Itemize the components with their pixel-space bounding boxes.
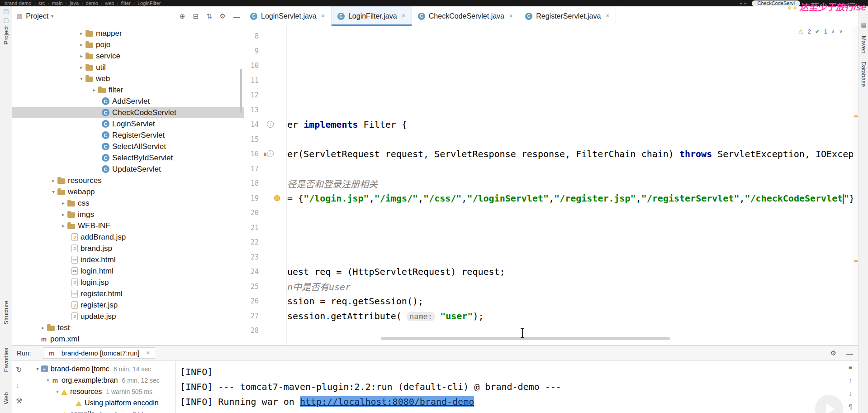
settings-icon[interactable]: ⚙ (220, 12, 226, 20)
rerun-icon[interactable]: ↻ (16, 365, 22, 374)
close-tab-icon[interactable]: ✕ (605, 13, 609, 19)
tree-item-selectallservlet[interactable]: SelectAllServlet (12, 141, 244, 152)
code-line[interactable]: 25n中是否有user (244, 279, 853, 294)
tool-stripe-database[interactable]: Database (860, 62, 867, 87)
tree-item-test[interactable]: ▸test (12, 322, 244, 333)
tool-stripe-favorites[interactable]: Favorites (3, 348, 9, 372)
tree-item-web[interactable]: ▾web (12, 73, 244, 84)
breadcrumb-item[interactable]: brand-demo (5, 0, 31, 6)
chevron-right-icon[interactable]: ▸ (39, 325, 47, 330)
tree-item-login-html[interactable]: login.html (12, 265, 244, 277)
tool-stripe-maven[interactable]: Maven (860, 36, 867, 53)
breadcrumb-item[interactable]: LoginFilter (138, 0, 161, 6)
chevron-down-icon[interactable]: ▾ (49, 189, 57, 194)
collapse-all-icon[interactable]: ⊟ (193, 12, 199, 20)
code-line[interactable]: 27session.getAttribute( name: "user"); (244, 309, 853, 324)
tree-item-addbrand-jsp[interactable]: addBrand.jsp (12, 231, 244, 243)
tool-stripe-project[interactable]: Project (3, 26, 9, 44)
run-console[interactable]: [INFO][INFO] --- tomcat7-maven-plugin:2.… (180, 361, 838, 413)
tree-item-login-jsp[interactable]: login.jsp (12, 277, 244, 288)
tree-item-register-html[interactable]: register.html (12, 288, 244, 299)
code-line[interactable]: 24uest req = (HttpServletRequest) reques… (244, 264, 853, 279)
scroll-down-icon[interactable]: ↓ (16, 381, 22, 389)
code-line[interactable]: 10 (244, 58, 853, 73)
code-line[interactable]: 11 (244, 73, 853, 88)
chevron-right-icon[interactable]: ▸ (59, 223, 67, 228)
code-line[interactable]: 22 (244, 235, 853, 250)
chevron-right-icon[interactable]: ▸ (59, 201, 67, 206)
tree-item-index-html[interactable]: index.html (12, 254, 244, 265)
nav-arrows-icon[interactable]: ◂ ▸ (740, 1, 748, 5)
locate-icon[interactable]: ⊕ (180, 12, 185, 20)
intention-bulb-icon[interactable] (274, 195, 280, 201)
code-line[interactable]: 23 (244, 250, 853, 265)
code-line[interactable]: 8 (244, 29, 853, 44)
tree-item-pom-xml[interactable]: pom.xml (12, 333, 244, 345)
tree-item-register-jsp[interactable]: register.jsp (12, 299, 244, 311)
clear-icon[interactable]: ¶ (849, 403, 852, 410)
tree-item-pojo[interactable]: ▸pojo (12, 39, 244, 50)
console-link[interactable]: D:\workspace\brand-demo\target\tomcat (469, 411, 670, 413)
tree-scrollbar[interactable] (240, 69, 242, 113)
console-link[interactable]: http://localhost:8080/brand-demo (300, 396, 474, 407)
code-line[interactable]: 12 (244, 88, 853, 103)
hide-icon[interactable]: — (233, 13, 240, 20)
chevron-down-icon[interactable]: ▾ (34, 366, 41, 371)
chevron-right-icon[interactable]: ▸ (77, 42, 85, 47)
tree-item-resources[interactable]: ▸resources (12, 175, 244, 186)
override-marker-icon[interactable]: ↑ (267, 150, 274, 157)
tree-item-updateservlet[interactable]: UpdateServlet (12, 163, 244, 175)
tree-item-update-jsp[interactable]: update.jsp (12, 311, 244, 322)
code-line[interactable]: 26ssion = req.getSession(); (244, 294, 853, 309)
code-line[interactable]: 15 (244, 132, 853, 147)
scroll-down-icon[interactable]: ↓ (849, 390, 852, 397)
tool-stripe-web[interactable]: Web (3, 392, 9, 404)
chevron-right-icon[interactable]: ▸ (77, 53, 85, 58)
code-line[interactable]: 9 (244, 44, 853, 59)
chevron-right-icon[interactable]: ▸ (59, 212, 67, 217)
scroll-up-icon[interactable]: ↑ (849, 377, 852, 384)
code-line[interactable]: 21 (244, 221, 853, 235)
chevron-right-icon[interactable]: ▸ (90, 87, 98, 92)
build-settings-icon[interactable]: ⚒ (16, 397, 22, 405)
code-line[interactable]: 17 (244, 162, 853, 177)
run-tree-item[interactable]: ▾resources1 warnin 505 ms (28, 386, 175, 397)
close-tab-icon[interactable]: ✕ (321, 13, 325, 19)
breadcrumb-item[interactable]: main (52, 0, 63, 6)
breadcrumb-item[interactable]: filter (121, 0, 131, 6)
soft-wrap-icon[interactable]: ≡ (849, 364, 852, 371)
editor-error-stripe[interactable] (853, 26, 859, 345)
warning-stripe-mark[interactable] (854, 260, 858, 262)
code-area[interactable]: 891011121314↑er implements Filter {1516↑… (244, 26, 853, 338)
tree-item-filter[interactable]: ▸filter (12, 84, 244, 96)
editor-tab-loginservlet-java[interactable]: CLoginServlet.java✕ (244, 6, 332, 26)
tree-item-mapper[interactable]: ▸mapper (12, 28, 244, 39)
code-line[interactable]: 14↑er implements Filter { (244, 117, 853, 132)
maven-stripe-icon[interactable]: ▤ (861, 22, 866, 28)
run-tree-item[interactable]: ▾org.example:bran6 min, 12 sec (28, 375, 175, 386)
breadcrumb-item[interactable]: demo (85, 0, 98, 6)
run-tree-item[interactable]: Using platform encodin (28, 397, 175, 408)
code-editor[interactable]: 891011121314↑er implements Filter {1516↑… (244, 26, 853, 345)
prev-problem-icon[interactable]: ∧ (831, 29, 835, 34)
project-stripe-icon[interactable]: ▤ (3, 8, 9, 14)
chevron-down-icon[interactable]: ▾ (54, 389, 61, 394)
run-tree-item[interactable]: ▸compile1 wa 1 sec, 544 ms (28, 408, 175, 413)
breadcrumb-item[interactable]: java (70, 0, 79, 6)
tree-item-brand-jsp[interactable]: brand.jsp (12, 243, 244, 254)
minimize-icon[interactable]: — (846, 350, 853, 357)
folder-stripe-icon[interactable]: ▢ (3, 17, 9, 23)
chevron-right-icon[interactable]: ▸ (49, 178, 57, 183)
tree-item-registerservlet[interactable]: RegisterServlet (12, 130, 244, 141)
sort-icon[interactable]: ⇅ (206, 12, 212, 20)
breadcrumb-item[interactable]: web (105, 0, 114, 6)
tree-item-service[interactable]: ▸service (12, 50, 244, 62)
run-tree-item[interactable]: ▾brand-demo [tomc6 min, 14 sec (28, 363, 175, 375)
chevron-right-icon[interactable]: ▸ (77, 31, 85, 36)
tree-item-css[interactable]: ▸css (12, 197, 244, 209)
tree-item-util[interactable]: ▸util (12, 62, 244, 73)
tool-stripe-structure[interactable]: Structure (3, 301, 9, 325)
tree-item-selectbyidservlet[interactable]: SelectByIdServlet (12, 152, 244, 163)
tree-item-addservlet[interactable]: AddServlet (12, 96, 244, 107)
code-line[interactable]: 13 (244, 103, 853, 118)
